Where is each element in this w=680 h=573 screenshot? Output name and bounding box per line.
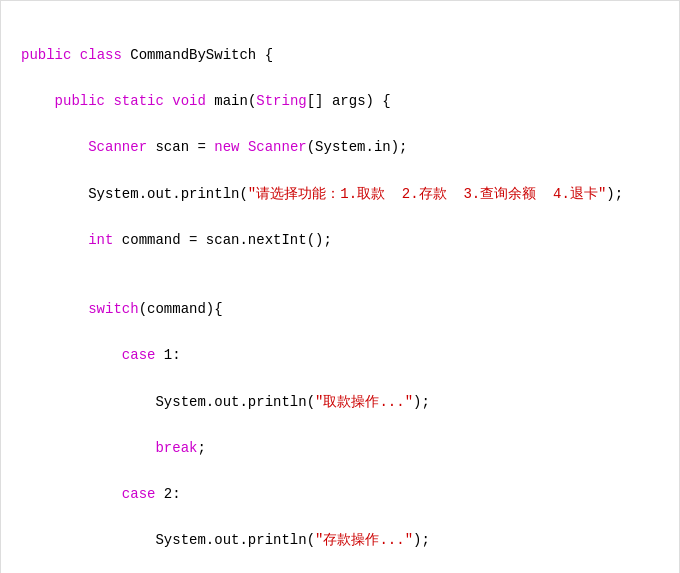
- code-block: public class CommandBySwitch { public st…: [21, 21, 659, 573]
- code-container: public class CommandBySwitch { public st…: [0, 0, 680, 573]
